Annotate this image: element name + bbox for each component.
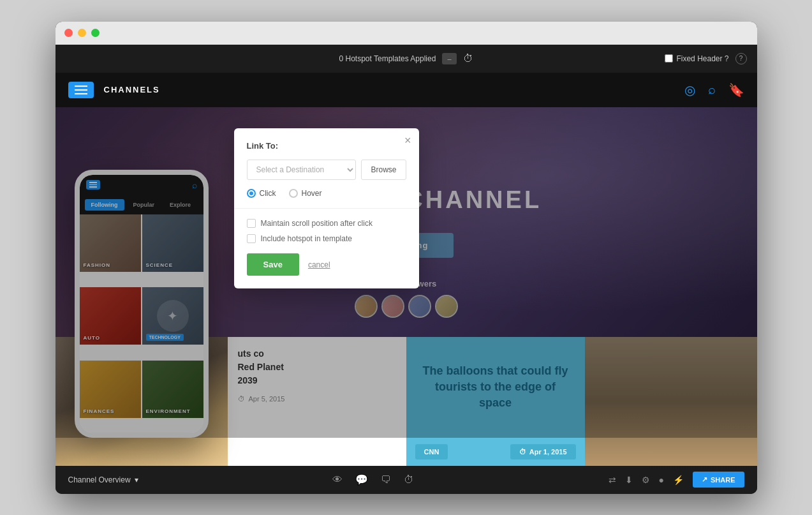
date-tag-button[interactable]: ⏱ Apr 1, 2015 xyxy=(510,444,576,459)
modal-title: Link To: xyxy=(247,141,406,151)
share-button[interactable]: ↗ SHARE xyxy=(693,472,744,488)
timer-icon[interactable]: ⏱ xyxy=(404,474,414,486)
include-hotspot-checkbox-row[interactable]: Include hotspot in template xyxy=(247,234,406,243)
click-radio[interactable]: Click xyxy=(247,189,276,198)
destination-select[interactable]: Select a Destination xyxy=(247,160,357,180)
top-toolbar: 0 Hotspot Templates Applied – ⏱ Fixed He… xyxy=(55,45,757,73)
hover-radio-dot xyxy=(289,189,298,198)
ham-line-3 xyxy=(75,93,87,94)
traffic-light-green[interactable] xyxy=(91,29,100,37)
scroll-position-checkbox-row[interactable]: Maintain scroll position after click xyxy=(247,219,406,228)
modal-actions: Save cancel xyxy=(247,253,406,276)
app-header: CHANNELS ◎ ⌕ 🔖 xyxy=(55,73,757,107)
search-icon[interactable]: ⌕ xyxy=(708,82,716,97)
include-hotspot-checkbox xyxy=(247,234,256,243)
ham-line-1 xyxy=(75,86,87,87)
bottom-left: Channel Overview ▾ xyxy=(68,475,138,484)
save-button[interactable]: Save xyxy=(247,253,299,276)
traffic-light-red[interactable] xyxy=(64,29,73,37)
bottom-right: ⇄ ⬇ ⚙ ● ⚡ ↗ SHARE xyxy=(609,472,744,488)
settings-icon[interactable]: ⚙ xyxy=(642,475,650,485)
scroll-checkbox xyxy=(247,219,256,228)
browse-button[interactable]: Browse xyxy=(361,160,406,180)
channel-overview-dropdown-icon: ▾ xyxy=(135,475,138,484)
modal-destination-row: Select a Destination Browse xyxy=(247,160,406,180)
hotspot-dropdown-btn[interactable]: – xyxy=(442,53,456,64)
radio-row: Click Hover xyxy=(247,189,406,198)
target-icon[interactable]: ◎ xyxy=(684,82,695,98)
click-radio-inner xyxy=(249,191,253,195)
traffic-light-yellow[interactable] xyxy=(78,29,86,37)
date-tag-icon: ⏱ xyxy=(519,448,526,456)
fixed-header-label: Fixed Header ? xyxy=(665,54,728,63)
channels-label: CHANNELS xyxy=(104,85,160,94)
ham-line-2 xyxy=(75,89,87,91)
fixed-header-checkbox[interactable] xyxy=(665,54,673,63)
click-radio-dot xyxy=(247,189,256,198)
dot-icon[interactable]: ● xyxy=(659,475,664,485)
cancel-link[interactable]: cancel xyxy=(308,260,330,269)
download-icon[interactable]: ⬇ xyxy=(625,475,633,485)
hamburger-button[interactable] xyxy=(68,82,94,98)
bottom-center: 👁 💬 🗨 ⏱ xyxy=(332,474,414,486)
modal-overlay: × Link To: Select a Destination Browse C… xyxy=(55,107,757,438)
hover-radio[interactable]: Hover xyxy=(289,189,322,198)
cnn-tag-button[interactable]: CNN xyxy=(415,444,448,459)
modal-divider xyxy=(234,208,419,209)
link-to-dialog: × Link To: Select a Destination Browse C… xyxy=(234,128,419,288)
modal-close-button[interactable]: × xyxy=(404,135,411,146)
hotspot-label: 0 Hotspot Templates Applied xyxy=(339,54,436,63)
balloon-footer: CNN ⏱ Apr 1, 2015 xyxy=(406,438,585,466)
bottom-toolbar: Channel Overview ▾ 👁 💬 🗨 ⏱ ⇄ ⬇ ⚙ ● ⚡ ↗ S… xyxy=(55,466,757,494)
comment-icon[interactable]: 💬 xyxy=(355,474,368,486)
clock-icon[interactable]: ⏱ xyxy=(463,53,473,64)
bolt-icon[interactable]: ⚡ xyxy=(673,475,684,485)
main-content: SCIENCE CHANNEL Following 234K Followers xyxy=(55,107,757,466)
share-network-icon[interactable]: ⇄ xyxy=(609,475,616,485)
eye-icon[interactable]: 👁 xyxy=(332,474,343,486)
share-arrow-icon: ↗ xyxy=(702,475,707,484)
browser-chrome xyxy=(55,22,757,45)
chat-icon[interactable]: 🗨 xyxy=(381,474,391,486)
browser-window: 0 Hotspot Templates Applied – ⏱ Fixed He… xyxy=(55,22,757,494)
help-button[interactable]: ? xyxy=(735,53,747,64)
bookmark-icon[interactable]: 🔖 xyxy=(728,82,744,98)
channel-overview-button[interactable]: Channel Overview ▾ xyxy=(68,475,138,484)
